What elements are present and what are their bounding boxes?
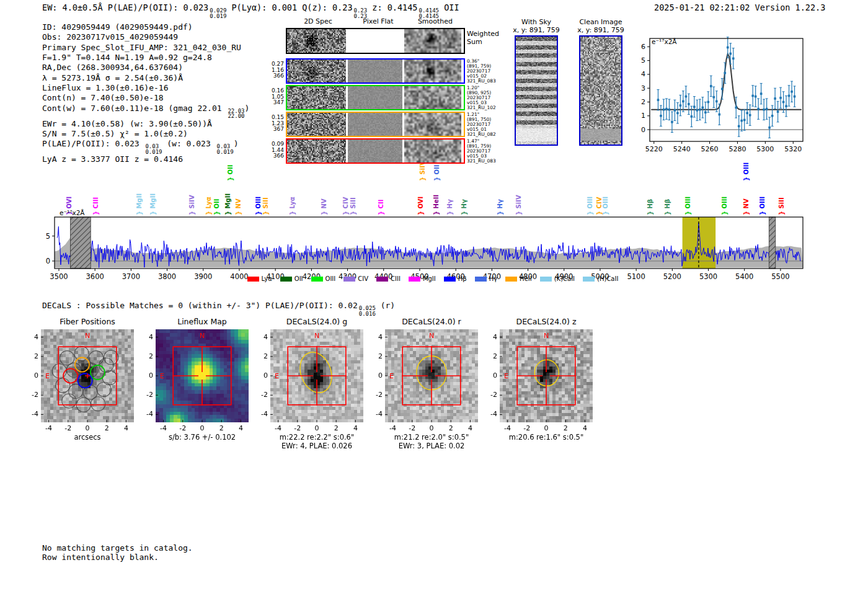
- cutout-xtick: 4: [346, 424, 365, 432]
- detection-info-block: ID: 4029059449 (4029059449.pdf)Obs: 2023…: [42, 22, 249, 165]
- withsky-title: With Skyx, y: 891, 759: [505, 18, 567, 34]
- line-fit-plot-ylabel: e⁻¹⁷x2Å: [652, 38, 677, 45]
- spectrum-line-label: } SiII: [778, 197, 786, 215]
- legend-label: OII: [294, 275, 303, 282]
- spec2d-smoothed-image: [404, 140, 461, 162]
- spec2d-weighted-row: [286, 28, 465, 54]
- cutout-ytick: 2: [24, 352, 38, 360]
- legend-swatch: [409, 277, 420, 282]
- cutout-xtick: -4: [384, 424, 402, 432]
- spec2d-col-header-pixelflat: Pixel Flat: [347, 17, 409, 25]
- spectrum-line-label: } OIII: [587, 197, 594, 215]
- cutout-ytick: -4: [24, 410, 38, 418]
- spectrum-line-label: } SiIV: [515, 195, 523, 215]
- cutout-xtick: 4: [575, 424, 594, 432]
- legend-item: MgII: [409, 275, 436, 282]
- cutout-overlay: NE: [270, 329, 363, 422]
- cutout-ytick: -4: [253, 410, 268, 418]
- spectrum-line-label: } CII: [378, 200, 385, 215]
- spectrum-line-label: } Lyα: [205, 197, 213, 215]
- spec2d-fiber-row: [286, 112, 465, 137]
- spec2d-raw-image: [287, 29, 346, 53]
- svg-text:5240: 5240: [673, 145, 691, 153]
- stacked-error-value: 0.030.019: [145, 144, 162, 154]
- north-label: N: [544, 332, 549, 340]
- spectrum-line-label: } OIII: [255, 197, 262, 215]
- cutout-xtick: 0: [193, 424, 211, 432]
- legend-item: CIII: [376, 275, 401, 282]
- legend-item: OIII: [311, 275, 336, 282]
- cutout-xtick: -2: [518, 424, 536, 432]
- cutout-ytick: 2: [368, 352, 383, 360]
- spec2d-col-header-2dspec: 2D Spec: [287, 17, 349, 25]
- spectrum-line-label: } HeII: [433, 195, 440, 215]
- cutout-xtick: 4: [461, 424, 479, 432]
- spec2d-raw-image: [287, 113, 346, 136]
- info-line: ID: 4029059449 (4029059449.pdf): [42, 22, 249, 32]
- info-line: S/N = 7.5(±0.5) χ² = 1.0(±0.2): [42, 129, 249, 139]
- spec2d-pixelflat-image: [348, 140, 402, 162]
- line-fit-plot: 5220524052605280530053200123456: [639, 32, 818, 159]
- legend-label: HeII: [520, 275, 532, 282]
- cutout-ytick: 4: [482, 333, 497, 341]
- cutout-xlabel: m:21.2 re:2.0" s:0.5": [370, 433, 494, 442]
- legend-swatch: [343, 277, 355, 282]
- east-label: E: [389, 372, 394, 380]
- info-line: Obs: 20230717v015_4029059449: [42, 32, 249, 42]
- legend-swatch: [505, 277, 517, 282]
- spectrum-line-label: } Hβ: [664, 199, 671, 215]
- svg-text:3: 3: [641, 84, 645, 92]
- cutout-ytick: 0: [253, 371, 268, 380]
- legend-item: HeII: [505, 275, 532, 282]
- spectrum-line-label: } OIII: [602, 197, 609, 215]
- spectrum-line-label: } SiIV: [188, 195, 196, 215]
- legend-label: CIII: [391, 275, 401, 282]
- legend-item: (K)CaII: [540, 275, 575, 282]
- cutout-caption: EWr: 4, PLAE: 0.026: [255, 442, 379, 450]
- legend-item: Hβ: [444, 275, 467, 282]
- cutout-xtick: 2: [212, 424, 231, 432]
- cutout-xtick: 0: [422, 424, 441, 432]
- info-line: F=1.9" T=0.144 N=1.19 A=0.92 g=24.8: [42, 53, 249, 63]
- north-label: N: [314, 332, 319, 340]
- spec2d-row-right-labels: 1.47"(891, 759)20230717v015_03321_RU_083: [467, 139, 496, 164]
- spec2d-row-right-labels: 0.36"(891, 759)20230717v015_02321_RU_083: [467, 59, 496, 84]
- spectrum-line-label: } OIII: [721, 197, 728, 215]
- cutout-xtick: -2: [174, 424, 192, 432]
- legend-label: Lyα: [262, 275, 272, 282]
- cleanimage-panel: [579, 35, 622, 146]
- cutout-xtick: 4: [117, 424, 135, 432]
- stacked-error-value: 22.0322.00: [228, 109, 244, 119]
- spec2d-fiber-row: [286, 85, 465, 110]
- legend-label: Hγ: [489, 275, 497, 282]
- legend-swatch: [540, 277, 552, 282]
- cutout-ytick: -4: [482, 410, 497, 418]
- cutout-xtick: -2: [59, 424, 78, 432]
- spectrum-line-label: } OII: [213, 198, 221, 215]
- svg-text:4: 4: [641, 70, 645, 78]
- spec2d-row-left-labels: 0.271.16366: [270, 61, 284, 79]
- cutout-xtick: 0: [308, 424, 326, 432]
- cutout-xtick: 2: [327, 424, 345, 432]
- stacked-error-value: 0.030.019: [217, 144, 234, 154]
- spec2d-raw-image: [287, 140, 346, 162]
- spectrum-line-label: } MgII: [149, 193, 157, 215]
- info-line: λ = 5273.19Å σ = 2.54(±0.36)Å: [42, 73, 249, 83]
- spectrum-line-label: } NV: [321, 198, 328, 215]
- spec2d-row-left-labels: 0.161.05347: [270, 88, 284, 106]
- full-spectrum-ylabel: e⁻¹⁷x2Å: [60, 209, 85, 216]
- cutout-xlabel: m:20.6 re:1.6" s:0.5": [484, 433, 608, 442]
- spectrum-line-label: } Lyα: [289, 197, 296, 215]
- withsky-image: [516, 37, 557, 144]
- info-line: P(LAE)/P(OII): 0.023 0.030.019 (w: 0.023…: [42, 139, 249, 154]
- footer-line-1: No matching targets in catalog.: [42, 543, 193, 553]
- cutout-ytick: 0: [482, 371, 497, 380]
- spec2d-smoothed-image: [404, 60, 461, 82]
- legend-swatch: [247, 277, 259, 282]
- cutout-overlay: NE: [385, 329, 478, 422]
- svg-text:1: 1: [641, 112, 645, 120]
- svg-text:5280: 5280: [728, 145, 746, 153]
- info-line: Cont(n) = 7.40(±0.50)e-18: [42, 93, 249, 103]
- spec2d-fiber-row: [286, 138, 465, 164]
- cutout-ytick: -2: [253, 391, 268, 399]
